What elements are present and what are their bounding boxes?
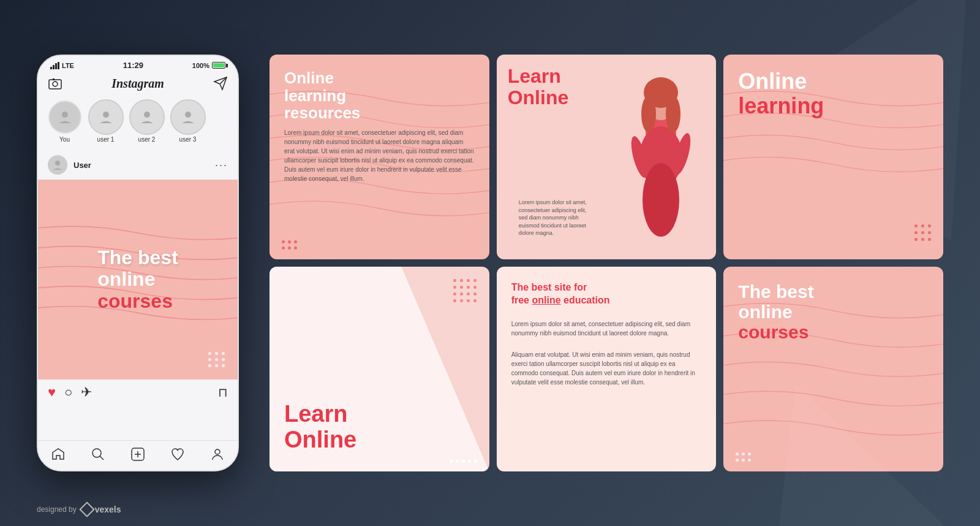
post-actions: ♥ ○ ✈ ⊓ bbox=[38, 379, 238, 405]
svg-point-11 bbox=[55, 161, 60, 166]
card-5: The best site forfree online education L… bbox=[497, 267, 717, 471]
story-avatar-1 bbox=[89, 101, 123, 134]
card-5-body1: Lorem ipsum dolor sit amet, consectetuer… bbox=[511, 319, 702, 338]
card-1-title: Onlinelearningresources bbox=[284, 69, 475, 122]
nav-add-icon[interactable] bbox=[130, 447, 145, 462]
camera-icon[interactable] bbox=[48, 76, 62, 91]
post-text-line2: online bbox=[97, 269, 178, 290]
nav-home-icon[interactable] bbox=[51, 447, 66, 462]
status-bar: LTE 11:29 100% bbox=[38, 56, 238, 72]
brand-name: vexels bbox=[95, 505, 121, 514]
card-6-line1: The best bbox=[738, 281, 929, 302]
card-4-title1: Learn bbox=[284, 402, 356, 427]
bookmark-button[interactable]: ⊓ bbox=[218, 385, 228, 400]
story-avatar-3 bbox=[172, 101, 205, 134]
vexels-diamond-icon bbox=[79, 501, 94, 517]
card-5-title: The best site forfree online education bbox=[511, 281, 702, 307]
card-6-line3: courses bbox=[738, 322, 929, 342]
card-2-small-text: Lorem ipsum dolor sit amet, consectetuer… bbox=[508, 188, 600, 248]
phone-mockup: LTE 11:29 100% Instagram You bbox=[37, 55, 239, 471]
status-battery: 100% bbox=[192, 62, 225, 69]
svg-rect-3 bbox=[58, 62, 59, 69]
card-4: Learn Online bbox=[270, 267, 489, 471]
nav-profile-icon[interactable] bbox=[210, 447, 225, 462]
story-you[interactable]: You bbox=[48, 101, 81, 143]
post-header: User ··· bbox=[38, 150, 238, 180]
bottom-credit: designed by vexels bbox=[37, 504, 121, 515]
post-options-button[interactable]: ··· bbox=[215, 159, 228, 172]
svg-rect-6 bbox=[53, 78, 55, 80]
story-user3[interactable]: user 3 bbox=[171, 101, 205, 143]
card-1: Onlinelearningresources Lorem ipsum dolo… bbox=[270, 55, 489, 259]
post-text-line1: The best bbox=[97, 247, 178, 269]
card-3-title-pink: learning bbox=[738, 94, 929, 118]
battery-icon bbox=[212, 62, 225, 69]
card-3: Online learning bbox=[723, 55, 943, 259]
battery-percent: 100% bbox=[192, 62, 209, 69]
cards-grid: Onlinelearningresources Lorem ipsum dolo… bbox=[270, 55, 943, 471]
card-6-dots bbox=[736, 452, 751, 462]
card-6-line2: online bbox=[738, 302, 929, 322]
vexels-logo: vexels bbox=[81, 504, 121, 515]
card-3-dots-right bbox=[914, 224, 931, 241]
story-user2[interactable]: user 2 bbox=[130, 101, 164, 143]
nav-search-icon[interactable] bbox=[91, 447, 105, 462]
post-text-line3: courses bbox=[97, 291, 178, 312]
card-4-dots-bottom bbox=[450, 460, 477, 463]
post-image-text: The best online courses bbox=[85, 235, 190, 324]
svg-point-12 bbox=[92, 449, 101, 457]
svg-point-10 bbox=[185, 112, 191, 118]
card-4-dots-top bbox=[453, 279, 477, 303]
story-user1[interactable]: user 1 bbox=[89, 101, 123, 143]
story-avatar-2 bbox=[130, 101, 164, 134]
svg-line-13 bbox=[100, 456, 104, 460]
story-label-2: user 2 bbox=[138, 136, 156, 143]
svg-point-5 bbox=[53, 82, 58, 86]
lte-label: LTE bbox=[62, 62, 74, 69]
instagram-logo: Instagram bbox=[111, 77, 164, 91]
share-button[interactable]: ✈ bbox=[81, 384, 92, 400]
send-icon[interactable] bbox=[213, 76, 228, 91]
time-label: 11:29 bbox=[123, 61, 143, 70]
nav-heart-icon[interactable] bbox=[170, 447, 185, 462]
card-4-title2: Online bbox=[284, 427, 356, 453]
instagram-header: Instagram bbox=[38, 72, 238, 96]
story-label-3: user 3 bbox=[179, 136, 197, 143]
status-signal: LTE bbox=[50, 62, 74, 69]
svg-rect-1 bbox=[53, 65, 55, 69]
card-5-body2: Aliquam erat volutpat. Ut wisi enim ad m… bbox=[511, 350, 702, 387]
svg-rect-2 bbox=[55, 63, 57, 69]
story-avatar-you bbox=[48, 101, 81, 134]
card-3-title-white: Online bbox=[738, 69, 929, 94]
comment-button[interactable]: ○ bbox=[64, 384, 72, 400]
designed-by-text: designed by bbox=[37, 505, 77, 514]
phone-bottom-nav bbox=[38, 440, 238, 470]
svg-point-20 bbox=[643, 163, 679, 237]
svg-rect-0 bbox=[50, 67, 52, 69]
post-image: The best online courses bbox=[38, 180, 238, 379]
svg-point-17 bbox=[215, 449, 220, 454]
story-label-1: user 1 bbox=[97, 136, 115, 143]
dot-pattern bbox=[208, 352, 225, 367]
post-avatar bbox=[48, 155, 67, 175]
card-1-dots bbox=[282, 240, 297, 250]
svg-point-7 bbox=[62, 112, 68, 118]
card-2-title1: Learn bbox=[508, 66, 706, 87]
card-6: The best online courses bbox=[723, 267, 943, 471]
card-4-text: Learn Online bbox=[284, 402, 356, 453]
post-username: User bbox=[74, 161, 215, 170]
stories-row: You user 1 user 2 user 3 bbox=[38, 96, 238, 150]
card-1-body: Lorem ipsum dolor sit amet, consectetuer… bbox=[284, 128, 475, 183]
like-button[interactable]: ♥ bbox=[48, 384, 56, 400]
card-2-title2: Online bbox=[508, 87, 706, 109]
svg-point-9 bbox=[144, 112, 150, 118]
card-2: Learn Online Lorem ipsum dolor sit amet,… bbox=[497, 55, 717, 259]
story-label-you: You bbox=[59, 136, 70, 143]
svg-point-8 bbox=[103, 112, 109, 118]
